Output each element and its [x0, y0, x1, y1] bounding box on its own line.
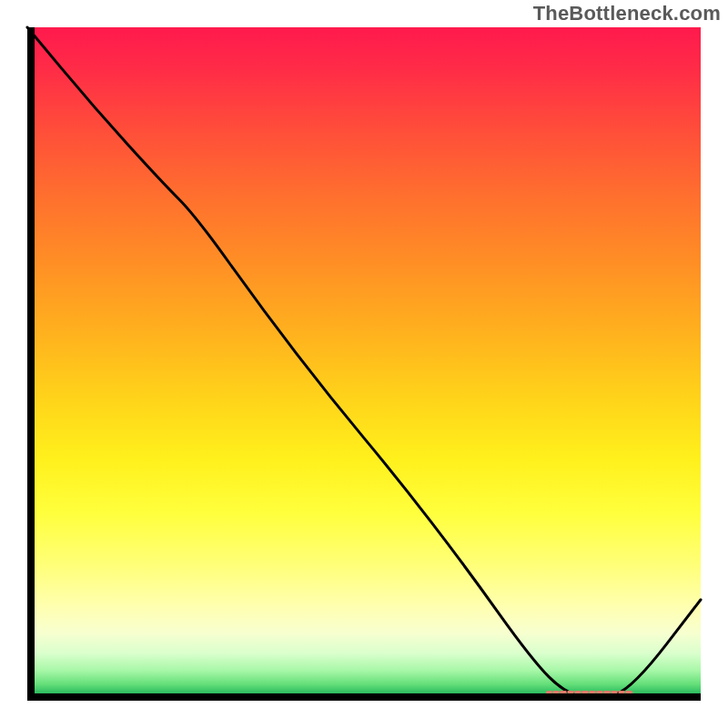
curve-svg — [27, 27, 701, 701]
plot-area — [27, 27, 701, 701]
bottleneck-curve-path — [27, 27, 701, 699]
watermark-text: TheBottleneck.com — [533, 2, 721, 25]
optimal-range-marker — [546, 691, 633, 694]
bottleneck-chart: TheBottleneck.com — [0, 0, 728, 728]
